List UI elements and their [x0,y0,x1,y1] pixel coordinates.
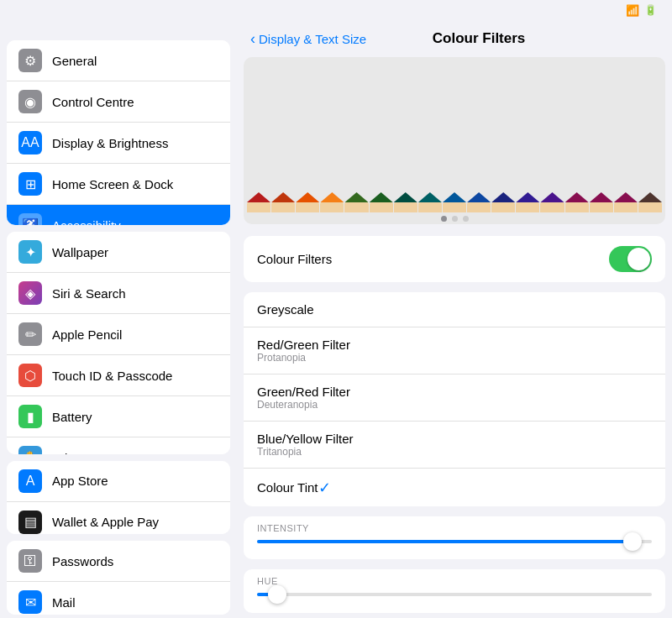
pencil-tip [418,192,442,202]
appstore-label: App Store [52,474,108,488]
display-label: Display & Brightness [52,136,168,150]
sidebar-item-privacy[interactable]: ✋Privacy [7,437,230,454]
pencil-13 [565,192,589,212]
hue-card: HUE [244,569,665,613]
colour-filters-card: Colour Filters [244,236,665,282]
filter-greyscale[interactable]: Greyscale [244,292,665,327]
homescreen-label: Home Screen & Dock [52,177,173,191]
colour-filters-toggle[interactable] [609,246,652,272]
pencil-eraser [443,202,466,212]
intensity-fill [257,540,633,543]
general-icon: ⚙ [18,49,42,72]
pencil-eraser [320,202,344,212]
hue-thumb[interactable] [268,585,286,604]
general-label: General [52,54,97,68]
sidebar-item-accessibility[interactable]: ♿Accessibility [7,205,230,225]
pencil-eraser [565,202,589,212]
filter-green-red[interactable]: Green/Red FilterDeuteranopia [244,374,665,422]
wallet-icon: ▤ [18,511,42,534]
pencil-tip [443,192,466,202]
pencil-label: Apple Pencil [52,327,122,342]
intensity-track[interactable] [257,540,652,543]
pencil-eraser [638,202,662,212]
pencil-tip [590,192,613,202]
back-button[interactable]: ‹Display & Text Size [250,30,366,48]
sidebar-section: AApp Store▤Wallet & Apple Pay [7,461,230,535]
filter-label-red-green: Red/Green Filter [257,338,350,352]
pencil-7 [418,192,442,212]
filter-blue-yellow[interactable]: Blue/Yellow FilterTritanopia [244,422,665,469]
pencil-11 [516,192,539,212]
page-dot-0[interactable] [441,216,447,222]
pencil-eraser [516,202,539,212]
filter-sublabel-blue-yellow: Tritanopia [257,446,354,458]
sidebar: ⚙General◉Control CentreAADisplay & Brigh… [0,20,237,618]
intensity-label: INTENSITY [257,523,652,533]
hue-track[interactable] [257,593,652,596]
sidebar-item-appstore[interactable]: AApp Store [7,461,230,502]
filter-red-green[interactable]: Red/Green FilterProtanopia [244,327,665,374]
back-label: Display & Text Size [259,32,366,46]
pencil-preview [244,57,665,224]
filter-label-green-red: Green/Red Filter [257,385,350,399]
wallpaper-icon: ✦ [18,240,42,264]
pencil-eraser [271,202,295,212]
accessibility-icon: ♿ [18,213,42,225]
filter-label-wrap-greyscale: Greyscale [257,302,314,317]
sidebar-item-general[interactable]: ⚙General [7,40,230,81]
passwords-label: Passwords [52,554,113,568]
pencil-eraser [614,202,638,212]
battery-icon: 🔋 [644,4,657,16]
wifi-icon: 📶 [626,4,639,17]
sidebar-item-control-centre[interactable]: ◉Control Centre [7,81,230,123]
intensity-thumb[interactable] [623,532,642,551]
accessibility-label: Accessibility [52,218,121,226]
display-icon: AA [18,131,42,154]
pencil-8 [443,192,466,212]
appstore-icon: A [18,469,42,493]
pencil-tip [565,192,589,202]
sidebar-item-passwords[interactable]: ⚿Passwords [7,541,230,582]
filter-label-greyscale: Greyscale [257,302,314,317]
page-title: Colour Filters [366,30,591,47]
hue-label: HUE [257,576,652,586]
pencil-tip [614,192,638,202]
page-dot-2[interactable] [463,216,469,222]
filter-label-wrap-colour-tint: Colour Tint [257,480,318,495]
filter-label-colour-tint: Colour Tint [257,480,318,495]
passwords-icon: ⚿ [18,549,42,573]
filter-colour-tint[interactable]: Colour Tint✓ [244,469,665,506]
sidebar-item-touchid[interactable]: ⬡Touch ID & Passcode [7,355,230,396]
wallet-label: Wallet & Apple Pay [52,515,159,529]
pencil-16 [638,192,662,212]
pencil-tip [516,192,539,202]
pencil-tip [540,192,564,202]
pencil-5 [370,192,393,212]
touchid-icon: ⬡ [18,364,42,387]
filter-label-blue-yellow: Blue/Yellow Filter [257,432,354,446]
page-dot-1[interactable] [452,216,458,222]
siri-icon: ◈ [18,281,42,305]
sidebar-item-battery[interactable]: ▮Battery [7,396,230,437]
pencil-eraser [370,202,393,212]
sidebar-item-pencil[interactable]: ✏Apple Pencil [7,314,230,355]
sidebar-item-siri[interactable]: ◈Siri & Search [7,273,230,314]
pencil-tip [638,192,662,202]
privacy-label: Privacy [52,451,93,454]
sidebar-section: ⚙General◉Control CentreAADisplay & Brigh… [7,40,230,225]
pencil-eraser [590,202,613,212]
sidebar-item-display[interactable]: AADisplay & Brightness [7,123,230,164]
control-centre-label: Control Centre [52,95,134,109]
sidebar-item-homescreen[interactable]: ⊞Home Screen & Dock [7,164,230,205]
sidebar-item-wallet[interactable]: ▤Wallet & Apple Pay [7,502,230,535]
pencil-4 [344,192,368,212]
pencil-2 [296,192,319,212]
toggle-knob [627,248,650,270]
mail-label: Mail [52,595,76,610]
chevron-left-icon: ‹ [250,30,255,48]
pencil-10 [491,192,515,212]
filter-options-card: GreyscaleRed/Green FilterProtanopiaGreen… [244,292,665,506]
pencil-3 [320,192,344,212]
sidebar-item-wallpaper[interactable]: ✦Wallpaper [7,232,230,273]
sidebar-item-mail[interactable]: ✉Mail [7,582,230,615]
